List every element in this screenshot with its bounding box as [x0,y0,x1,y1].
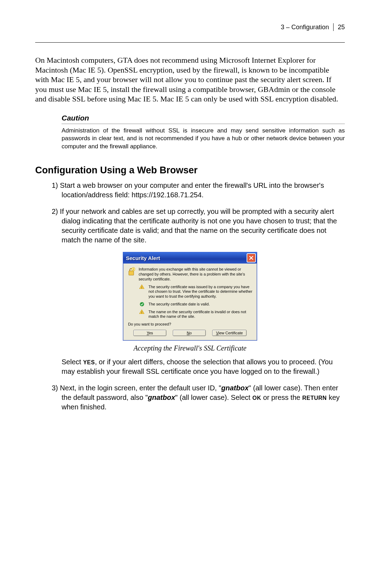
figure-caption: Accepting the Firewall's SSL Certificate [35,344,345,352]
text: Select [62,358,83,366]
document-page: 3 – Configuration 25 On Macintosh comput… [0,0,380,588]
text: , or if your alert differs, choose the s… [62,358,333,375]
intro-paragraph: On Macintosh computers, GTA does not rec… [35,55,345,104]
dialog-titlebar: Security Alert [123,252,257,264]
caution-block: Caution Administration of the firewall w… [35,114,345,151]
ok-label: OK [252,395,261,401]
dialog-item-3: The name on the security certificate is … [148,310,253,320]
warning-triangle-icon: ! [139,310,145,320]
dialog-title: Security Alert [126,255,160,261]
security-alert-dialog: Security Alert ! Information yo [123,252,257,341]
header-rule [35,42,345,43]
default-password: gnatbox [148,394,175,401]
yes-button[interactable]: Yes [133,330,166,336]
caution-body: Administration of the firewall without S… [62,127,345,151]
caution-rule [62,124,345,124]
step-2-continuation: Select YES, or if your alert differs, ch… [35,357,345,376]
caution-heading: Caution [62,114,345,122]
svg-point-7 [140,302,144,306]
dialog-body: ! Information you exchange with this sit… [123,264,257,340]
return-key-label: RETURN [302,395,327,401]
warning-triangle-icon: ! [139,285,145,299]
svg-text:!: ! [133,268,134,271]
svg-rect-2 [129,271,134,275]
header-page-number: 25 [334,24,345,31]
no-button[interactable]: No [173,330,206,336]
text: " (all lower case). Select [175,394,252,401]
default-userid: gnatbox [221,384,249,392]
dialog-button-row: Yes No View Certificate [127,330,253,336]
page-header: 3 – Configuration 25 [35,23,345,31]
close-icon[interactable] [247,253,256,262]
dialog-proceed-text: Do you want to proceed? [128,322,253,326]
view-certificate-button[interactable]: View Certificate [212,330,247,336]
step-3: 3) Next, in the login screen, enter the … [35,383,345,412]
text: 3) Next, in the login screen, enter the … [52,384,221,392]
yes-label: YES [83,359,95,365]
dialog-item-1: The security certificate was issued by a… [148,285,253,299]
header-separator [333,23,334,31]
step-2: 2) If your network and cables are set up… [35,207,345,245]
dialog-figure: Security Alert ! Information yo [35,252,345,341]
section-heading: Configuration Using a Web Browser [35,165,345,176]
check-circle-icon [139,302,145,307]
dialog-intro-text: Information you exchange with this site … [139,267,253,281]
lock-warning-icon: ! [127,267,135,281]
step-1: 1) Start a web browser on your computer … [35,181,345,200]
svg-text:!: ! [141,311,142,314]
svg-text:!: ! [141,286,142,289]
dialog-item-2: The security certificate date is valid. [148,302,253,307]
text: or press the [261,394,302,401]
header-chapter: 3 – Configuration [281,24,332,31]
